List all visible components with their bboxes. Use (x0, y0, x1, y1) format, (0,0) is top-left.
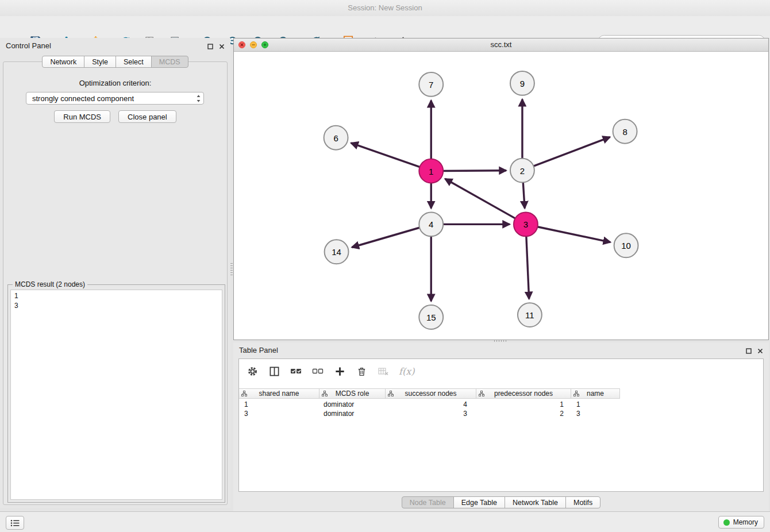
column-header-predecessor-nodes[interactable]: predecessor nodes (476, 388, 571, 399)
column-header-shared-name[interactable]: shared name (239, 388, 319, 399)
unchecked-boxes-icon (312, 365, 324, 377)
window-controls (238, 41, 268, 48)
graph-edge-2-8[interactable] (534, 137, 610, 166)
cell-predecessor-nodes[interactable]: 1 (476, 400, 571, 409)
table-panel-header: Table Panel (233, 342, 769, 358)
table-toolbar: f(x) (246, 363, 414, 379)
delete-column-button[interactable] (355, 365, 368, 377)
table-panel-tabs: Node Table Edge Table Network Table Moti… (233, 496, 769, 508)
column-label: predecessor nodes (494, 390, 553, 398)
graph-node-label: 4 (429, 219, 433, 229)
graph-node-label: 15 (426, 313, 436, 322)
trash-icon (356, 366, 367, 377)
minimize-window-icon[interactable] (250, 41, 257, 48)
memory-button[interactable]: Memory (718, 516, 764, 529)
cell-mcds-role[interactable]: dominator (319, 409, 386, 418)
column-header-name[interactable]: name (571, 388, 620, 399)
graph-edge-3-11[interactable] (526, 236, 529, 299)
maximize-window-icon[interactable] (261, 41, 268, 48)
graph-node-label: 10 (621, 241, 631, 250)
column-header-successor-nodes[interactable]: successor nodes (386, 388, 476, 399)
cell-mcds-role[interactable]: dominator (319, 400, 386, 409)
tab-motifs[interactable]: Motifs (565, 496, 600, 508)
graph-edge-1-2[interactable] (443, 171, 506, 171)
float-table-panel-icon[interactable] (745, 348, 752, 354)
cell-name[interactable]: 3 (571, 409, 620, 418)
cell-successor-nodes[interactable]: 4 (386, 400, 476, 409)
graph-node-label: 6 (333, 133, 338, 143)
network-canvas[interactable]: 7968124314101511 (234, 51, 768, 340)
criterion-dropdown[interactable]: strongly connected component (26, 92, 204, 105)
network-window-title: scc.txt (491, 40, 512, 49)
control-panel-header: Control Panel (0, 38, 230, 54)
table-panel: Table Panel (233, 342, 769, 511)
close-panel-button[interactable]: Close panel (118, 110, 176, 123)
column-type-icon (573, 391, 579, 396)
table-settings-button[interactable] (246, 365, 259, 377)
run-mcds-button[interactable]: Run MCDS (54, 110, 110, 123)
column-type-icon (388, 391, 394, 396)
table-row[interactable]: 1 dominator 4 1 1 (239, 400, 763, 409)
graph-node-label: 9 (520, 79, 525, 88)
close-table-panel-icon[interactable] (757, 348, 763, 354)
column-label: shared name (259, 390, 299, 398)
window-title: Session: New Session (348, 3, 422, 12)
delete-table-button[interactable] (377, 365, 390, 377)
cell-shared-name[interactable]: 1 (239, 400, 319, 409)
columns-icon (269, 366, 280, 377)
tab-mcds[interactable]: MCDS (151, 56, 188, 68)
vertical-splitter-handle[interactable] (230, 263, 233, 276)
cell-shared-name[interactable]: 3 (239, 409, 319, 418)
graph-edge-4-14[interactable] (352, 228, 419, 247)
cell-predecessor-nodes[interactable]: 2 (476, 409, 571, 418)
tab-select[interactable]: Select (116, 56, 152, 68)
network-view-window: scc.txt 7968124314101511 (233, 38, 769, 340)
tab-style[interactable]: Style (84, 56, 116, 68)
cell-name[interactable]: 1 (571, 400, 620, 409)
graph-node-label: 8 (622, 127, 627, 137)
horizontal-splitter-handle[interactable] (494, 340, 507, 342)
graph-node-label: 2 (520, 166, 525, 176)
graph-edge-2-3[interactable] (523, 183, 525, 209)
plus-icon (334, 366, 345, 377)
graph-node-label: 1 (429, 167, 433, 176)
function-builder-button[interactable]: f(x) (399, 365, 414, 377)
deselect-all-columns-button[interactable] (311, 365, 324, 377)
column-header-mcds-role[interactable]: MCDS role (319, 388, 386, 399)
criterion-value: strongly connected component (26, 94, 193, 103)
table-row[interactable]: 3 dominator 3 2 3 (239, 409, 763, 418)
graph-edge-3-1[interactable] (445, 179, 515, 218)
tab-node-table[interactable]: Node Table (402, 496, 454, 508)
mcds-result-list[interactable]: 1 3 (10, 290, 222, 500)
show-columns-button[interactable] (268, 365, 280, 377)
graph-node-label: 14 (332, 247, 341, 257)
network-window-titlebar[interactable]: scc.txt (234, 38, 768, 52)
graph-node-label: 3 (523, 219, 528, 229)
float-panel-icon[interactable] (207, 43, 213, 49)
mcds-buttons: Run MCDS Close panel (3, 110, 227, 123)
panel-menu-button[interactable] (6, 516, 24, 530)
close-window-icon[interactable] (238, 41, 245, 48)
add-column-button[interactable] (333, 365, 346, 377)
graph-node-label: 11 (525, 310, 534, 320)
tab-network[interactable]: Network (42, 56, 84, 68)
select-all-columns-button[interactable] (290, 365, 302, 377)
column-type-icon (322, 391, 328, 396)
table-header-row: shared name MCDS role successor nodes pr… (239, 388, 763, 399)
mcds-result-group: MCDS result (2 nodes) 1 3 (7, 284, 225, 503)
tab-network-table[interactable]: Network Table (505, 496, 566, 508)
close-panel-icon[interactable] (218, 43, 225, 49)
window-titlebar: Session: New Session (0, 0, 770, 16)
network-graph[interactable]: 7968124314101511 (234, 51, 768, 340)
tab-edge-table[interactable]: Edge Table (453, 496, 505, 508)
cell-successor-nodes[interactable]: 3 (386, 409, 476, 418)
main-toolbar (0, 16, 770, 38)
column-label: MCDS role (336, 390, 369, 398)
mcds-pane: Optimization criterion: strongly connect… (3, 61, 228, 505)
gear-icon (247, 366, 258, 377)
graph-node-label: 7 (429, 80, 433, 90)
fx-icon: f(x) (399, 366, 414, 377)
graph-edge-1-6[interactable] (351, 143, 420, 167)
control-panel-title: Control Panel (6, 38, 51, 54)
graph-edge-3-10[interactable] (537, 227, 610, 242)
